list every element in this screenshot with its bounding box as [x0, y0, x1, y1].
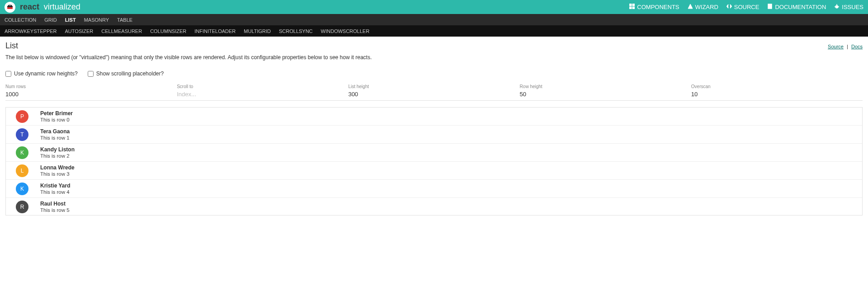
list-row[interactable]: L Lonna Wrede This is row 3	[6, 162, 862, 180]
check-placeholder-input[interactable]	[88, 71, 94, 77]
fields-row: Num rows Scroll to List height Row heigh…	[5, 82, 863, 101]
svg-point-4	[11, 5, 12, 6]
field-scroll-to-input[interactable]	[177, 91, 340, 98]
code-icon	[726, 4, 732, 10]
svg-rect-5	[629, 4, 632, 6]
title-row: List Source | Docs	[5, 41, 863, 51]
topnav-components[interactable]: COMPONENTS	[629, 4, 679, 10]
doc-icon	[767, 4, 773, 10]
check-dynamic-label: Use dynamic row heights?	[14, 70, 78, 77]
top-nav: COMPONENTSWIZARDSOURCEDOCUMENTATIONISSUE…	[629, 4, 863, 10]
subnav2-item-cellmeasurer[interactable]: CELLMEASURER	[101, 28, 142, 34]
topnav-label: DOCUMENTATION	[775, 4, 826, 10]
check-dynamic-input[interactable]	[5, 71, 11, 77]
subnav2-item-scrollsync[interactable]: SCROLLSYNC	[279, 28, 313, 34]
subnav2-item-infiniteloader[interactable]: INFINITELOADER	[194, 28, 236, 34]
react-logo-icon	[6, 4, 14, 11]
subnav-item-masonry[interactable]: MASONRY	[84, 17, 109, 23]
topnav-documentation[interactable]: DOCUMENTATION	[767, 4, 826, 10]
list-row[interactable]: T Tera Gaona This is row 1	[6, 126, 862, 144]
row-text: Raul Host This is row 5	[40, 201, 70, 213]
svg-point-14	[835, 5, 838, 8]
row-subtitle: This is row 3	[40, 171, 75, 177]
row-subtitle: This is row 2	[40, 153, 75, 159]
link-docs[interactable]: Docs	[851, 44, 863, 49]
subnav-item-table[interactable]: TABLE	[117, 17, 132, 23]
field-list-height: List height	[348, 82, 519, 100]
row-text: Kandy Liston This is row 2	[40, 146, 75, 159]
subnav2-item-multigrid[interactable]: MULTIGRID	[244, 28, 271, 34]
topnav-label: ISSUES	[842, 4, 863, 10]
check-placeholder-label: Show scrolling placeholder?	[96, 70, 164, 77]
tri-icon	[688, 4, 693, 10]
avatar: K	[16, 183, 28, 195]
svg-rect-6	[632, 4, 635, 6]
field-overscan: Overscan	[691, 82, 863, 100]
check-dynamic-row-heights[interactable]: Use dynamic row heights?	[5, 70, 78, 77]
list-row[interactable]: K Kristie Yard This is row 4	[6, 180, 862, 198]
avatar: K	[16, 146, 28, 159]
subnav2-item-windowscroller[interactable]: WINDOWSCROLLER	[321, 28, 370, 34]
top-bar: react virtualized COMPONENTSWIZARDSOURCE…	[0, 0, 868, 14]
brand: react virtualized	[20, 2, 80, 12]
link-separator: |	[847, 44, 848, 49]
row-name: Kandy Liston	[40, 146, 75, 153]
avatar: P	[16, 110, 28, 123]
virtualized-list[interactable]: P Peter Brimer This is row 0 T Tera Gaon…	[5, 107, 863, 215]
checkbox-row: Use dynamic row heights? Show scrolling …	[5, 70, 863, 77]
field-row-height-input[interactable]	[520, 91, 683, 98]
row-subtitle: This is row 5	[40, 207, 70, 213]
row-text: Tera Gaona This is row 1	[40, 128, 70, 140]
svg-rect-1	[7, 6, 13, 7]
svg-marker-9	[688, 4, 693, 9]
subnav-item-collection[interactable]: COLLECTION	[5, 17, 36, 23]
subnav2-item-autosizer[interactable]: AUTOSIZER	[65, 28, 94, 34]
page-links: Source | Docs	[828, 44, 863, 49]
row-name: Lonna Wrede	[40, 164, 75, 171]
topnav-label: COMPONENTS	[637, 4, 679, 10]
field-overscan-input[interactable]	[691, 91, 854, 98]
topnav-label: SOURCE	[734, 4, 760, 10]
subnav-primary: COLLECTIONGRIDLISTMASONRYTABLE	[0, 14, 868, 25]
row-text: Lonna Wrede This is row 3	[40, 164, 75, 177]
svg-rect-8	[632, 7, 635, 9]
svg-rect-7	[629, 7, 632, 9]
field-num-rows-input[interactable]	[5, 91, 168, 98]
brand-virtualized: virtualized	[44, 2, 80, 11]
topnav-label: WIZARD	[695, 4, 718, 10]
field-num-rows: Num rows	[5, 82, 177, 100]
field-row-height: Row height	[520, 82, 691, 100]
subnav2-item-columnsizer[interactable]: COLUMNSIZER	[150, 28, 186, 34]
topnav-issues[interactable]: ISSUES	[834, 4, 863, 10]
check-scrolling-placeholder[interactable]: Show scrolling placeholder?	[88, 70, 164, 77]
row-name: Tera Gaona	[40, 128, 70, 135]
list-row[interactable]: K Kandy Liston This is row 2	[6, 144, 862, 162]
subnav-item-list[interactable]: LIST	[65, 17, 76, 23]
page-title: List	[5, 41, 18, 51]
link-source[interactable]: Source	[828, 44, 844, 49]
field-num-rows-label: Num rows	[5, 84, 177, 89]
brand-react: react	[20, 2, 39, 11]
list-row[interactable]: R Raul Host This is row 5	[6, 198, 862, 215]
svg-point-3	[9, 5, 11, 6]
topnav-wizard[interactable]: WIZARD	[688, 4, 718, 10]
avatar: L	[16, 164, 28, 177]
page-description: The list below is windowed (or "virtuali…	[5, 54, 863, 61]
bug-icon	[834, 4, 840, 10]
avatar: T	[16, 128, 28, 141]
row-subtitle: This is row 4	[40, 189, 70, 195]
logo-icon	[5, 2, 15, 13]
topnav-source[interactable]: SOURCE	[726, 4, 760, 10]
row-name: Raul Host	[40, 201, 70, 207]
list-row[interactable]: P Peter Brimer This is row 0	[6, 108, 862, 126]
field-overscan-label: Overscan	[691, 84, 863, 89]
row-text: Peter Brimer This is row 0	[40, 110, 73, 122]
subnav-secondary: ARROWKEYSTEPPERAUTOSIZERCELLMEASURERCOLU…	[0, 25, 868, 37]
subnav-item-grid[interactable]: GRID	[44, 17, 57, 23]
avatar: R	[16, 201, 28, 213]
subnav2-item-arrowkeystepper[interactable]: ARROWKEYSTEPPER	[5, 28, 57, 34]
grid-icon	[629, 4, 635, 10]
row-name: Kristie Yard	[40, 183, 70, 189]
field-list-height-input[interactable]	[348, 91, 511, 98]
row-name: Peter Brimer	[40, 110, 73, 117]
